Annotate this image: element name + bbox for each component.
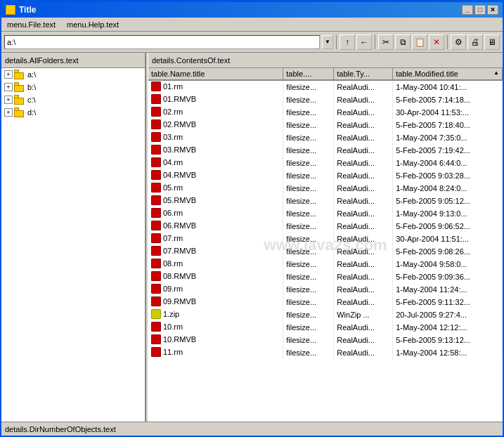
btn-terminal[interactable]: 🖥 [484, 34, 500, 50]
expander-b[interactable]: + [4, 83, 13, 91]
btn-paste[interactable]: 📋 [412, 34, 427, 50]
btn-copy[interactable]: ⧉ [395, 34, 411, 50]
table-row[interactable]: 03.RMVB filesize... RealAudi... 5-Feb-20… [148, 144, 503, 157]
btn-print[interactable]: 🖨 [467, 34, 483, 50]
right-panel-header: details.ContentsOf.text [148, 53, 503, 68]
cell-modified-12: 30-Apr-2004 11:51:... [393, 233, 503, 245]
tree-item-a[interactable]: + a:\ [1, 68, 145, 81]
table-row[interactable]: 10.RMVB filesize... RealAudi... 5-Feb-20… [148, 334, 503, 346]
table-row[interactable]: 02.RMVB filesize... RealAudi... 5-Feb-20… [148, 119, 503, 131]
folder-tree[interactable]: + a:\ + b:\ + [1, 68, 145, 422]
all-folders-label: details.AllFolders.text [5, 56, 79, 65]
cell-size-7: filesize... [283, 169, 334, 182]
menu-file[interactable]: menu.File.text [4, 20, 58, 30]
table-row[interactable]: 08.rm filesize... RealAudi... 1-May-2004… [148, 258, 503, 270]
cell-type-21: RealAudi... [334, 346, 393, 359]
btn-up[interactable]: ↑ [340, 34, 355, 50]
cell-type-12: RealAudi... [334, 233, 393, 245]
cell-size-0: filesize... [283, 80, 334, 93]
expander-c[interactable]: + [4, 96, 13, 104]
cell-type-11: RealAudi... [334, 220, 393, 233]
cell-size-17: filesize... [283, 296, 334, 308]
table-row[interactable]: 1.zip filesize... WinZip ... 20-Jul-2005… [148, 308, 503, 321]
cell-modified-19: 1-May-2004 12:12:... [393, 321, 503, 334]
cell-size-18: filesize... [283, 308, 334, 321]
maximize-button[interactable]: □ [474, 5, 486, 15]
cell-size-19: filesize... [283, 321, 334, 334]
table-row[interactable]: 04.RMVB filesize... RealAudi... 5-Feb-20… [148, 169, 503, 182]
cell-name-14: 08.rm [148, 258, 283, 270]
address-dropdown-button[interactable]: ▼ [322, 35, 333, 49]
tree-item-b[interactable]: + b:\ [1, 81, 145, 93]
cell-name-19: 10.rm [148, 321, 283, 334]
col-header-modified[interactable]: table.Modified.title ▲ [393, 68, 503, 80]
close-button[interactable]: ✕ [487, 5, 498, 15]
cell-size-9: filesize... [283, 195, 334, 207]
col-header-type[interactable]: table.Ty... [334, 68, 393, 80]
cell-modified-2: 30-Apr-2004 11:53:... [393, 106, 503, 119]
cell-modified-15: 5-Feb-2005 9:09:36... [393, 270, 503, 283]
table-row[interactable]: 07.rm filesize... RealAudi... 30-Apr-200… [148, 233, 503, 245]
cell-size-20: filesize... [283, 334, 334, 346]
tree-label-c: c:\ [27, 96, 36, 104]
btn-cut[interactable]: ✂ [378, 34, 394, 50]
table-row[interactable]: 01.RMVB filesize... RealAudi... 5-Feb-20… [148, 93, 503, 106]
cell-type-6: RealAudi... [334, 157, 393, 169]
cell-type-16: RealAudi... [334, 283, 393, 296]
col-header-size[interactable]: table.... [283, 68, 334, 80]
cell-modified-10: 1-May-2004 9:13:0... [393, 207, 503, 220]
btn-delete[interactable]: ✕ [429, 34, 444, 50]
table-row[interactable]: 05.rm filesize... RealAudi... 1-May-2004… [148, 182, 503, 195]
right-panel: details.ContentsOf.text www.java2s.com t… [148, 53, 503, 422]
table-row[interactable]: 10.rm filesize... RealAudi... 1-May-2004… [148, 321, 503, 334]
status-bar: details.DirNumberOfObjects.text [1, 422, 503, 436]
btn-properties[interactable]: ⚙ [451, 34, 466, 50]
cell-modified-0: 1-May-2004 10:41:... [393, 80, 503, 93]
cell-name-20: 10.RMVB [148, 334, 283, 346]
cell-modified-13: 5-Feb-2005 9:08:26... [393, 245, 503, 258]
table-header-row: table.Name.title table.... table.Ty... t… [148, 68, 503, 80]
cell-type-18: WinZip ... [334, 308, 393, 321]
expander-d[interactable]: + [4, 108, 13, 117]
table-row[interactable]: 02.rm filesize... RealAudi... 30-Apr-200… [148, 106, 503, 119]
table-row[interactable]: 08.RMVB filesize... RealAudi... 5-Feb-20… [148, 270, 503, 283]
cell-modified-6: 1-May-2004 6:44:0... [393, 157, 503, 169]
table-row[interactable]: 06.RMVB filesize... RealAudi... 5-Feb-20… [148, 220, 503, 233]
cell-size-2: filesize... [283, 106, 334, 119]
cell-size-14: filesize... [283, 258, 334, 270]
cell-type-2: RealAudi... [334, 106, 393, 119]
cell-name-15: 08.RMVB [148, 270, 283, 283]
cell-name-11: 06.RMVB [148, 220, 283, 233]
tree-item-c[interactable]: + c:\ [1, 93, 145, 106]
content-area: details.AllFolders.text + a:\ + [1, 53, 503, 422]
cell-type-7: RealAudi... [334, 169, 393, 182]
expander-a[interactable]: + [4, 70, 13, 79]
table-row[interactable]: 07.RMVB filesize... RealAudi... 5-Feb-20… [148, 245, 503, 258]
table-row[interactable]: 03.rm filesize... RealAudi... 1-May-2004… [148, 131, 503, 144]
cell-name-21: 11.rm [148, 346, 283, 359]
table-row[interactable]: 09.RMVB filesize... RealAudi... 5-Feb-20… [148, 296, 503, 308]
menu-help[interactable]: menu.Help.text [64, 20, 122, 30]
table-row[interactable]: 01.rm filesize... RealAudi... 1-May-2004… [148, 80, 503, 93]
cell-type-5: RealAudi... [334, 144, 393, 157]
table-row[interactable]: 09.rm filesize... RealAudi... 1-May-2004… [148, 283, 503, 296]
cell-type-19: RealAudi... [334, 321, 393, 334]
table-row[interactable]: 04.rm filesize... RealAudi... 1-May-2004… [148, 157, 503, 169]
left-panel: details.AllFolders.text + a:\ + [1, 53, 146, 422]
col-header-name[interactable]: table.Name.title [148, 68, 283, 80]
table-row[interactable]: 11.rm filesize... RealAudi... 1-May-2004… [148, 346, 503, 359]
cell-name-0: 01.rm [148, 80, 283, 93]
btn-back[interactable]: ← [356, 34, 372, 50]
cell-type-10: RealAudi... [334, 207, 393, 220]
file-table-container[interactable]: www.java2s.com table.Name.title table...… [148, 68, 503, 422]
cell-name-2: 02.rm [148, 106, 283, 119]
table-row[interactable]: 05.RMVB filesize... RealAudi... 5-Feb-20… [148, 195, 503, 207]
cell-modified-17: 5-Feb-2005 9:11:32... [393, 296, 503, 308]
tree-item-d[interactable]: + d:\ [1, 106, 145, 119]
table-row[interactable]: 06.rm filesize... RealAudi... 1-May-2004… [148, 207, 503, 220]
address-bar: ▼ [4, 35, 333, 49]
address-input[interactable] [4, 35, 320, 49]
minimize-button[interactable]: _ [462, 5, 473, 15]
sort-icon: ▲ [493, 70, 499, 76]
cell-modified-11: 5-Feb-2005 9:06:52... [393, 220, 503, 233]
